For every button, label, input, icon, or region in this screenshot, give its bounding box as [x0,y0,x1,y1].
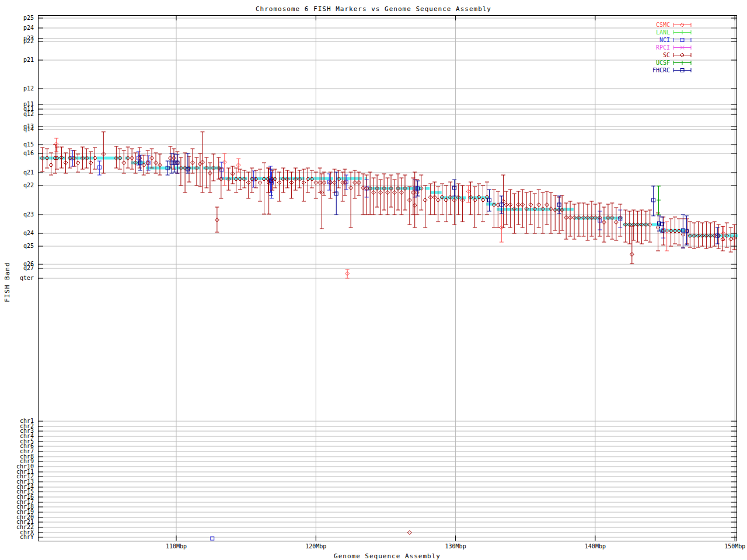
assembly-trend-line [39,158,738,236]
series-fhcrc [138,153,720,248]
x-tick-label-140Mbp: 140Mbp [578,543,613,550]
legend-row-ucsf: UCSF [652,59,692,66]
legend-sample-rpci [673,44,692,51]
y-tick-label-q12: q12 [1,111,34,117]
legend-sample-lanl [673,29,692,36]
x-tick-label-120Mbp: 120Mbp [298,543,333,550]
legend-label-rpci: RPCI [656,44,670,51]
legend-label-nci: NCI [659,37,670,43]
legend-row-rpci: RPCI [652,44,692,51]
series-ucsf [657,186,661,215]
legend-label-sc: SC [663,52,670,58]
legend-row-csmc: CSMC [652,21,692,29]
x-tick-label-110Mbp: 110Mbp [159,543,194,550]
y-tick-label-p12: p12 [1,86,34,92]
y-tick-label-q23: q23 [1,212,34,218]
legend-sample-ucsf [673,60,692,66]
legend-sample-sc [673,52,692,58]
legend-sample-fhcrc [673,67,692,74]
y-tick-label-p22: p22 [1,38,34,44]
legend-label-csmc: CSMC [656,22,670,28]
legend-row-sc: SC [652,51,692,59]
legend-sample-nci [673,37,692,43]
series-csmc [54,138,725,278]
y-tick-label-q21: q21 [1,170,34,176]
x-axis-label: Genome Sequence Assembly [38,552,736,560]
series-sc [40,132,736,535]
legend-row-lanl: LANL [652,29,692,36]
legend: CSMCLANLNCIRPCISCUCSFFHCRC [652,21,692,74]
x-tick-label-130Mbp: 130Mbp [438,543,473,550]
y-tick-label-p21: p21 [1,57,34,63]
legend-row-nci: NCI [652,36,692,44]
y-tick-label-q14: q14 [1,127,34,132]
x-tick-label-150Mbp: 150Mbp [717,543,747,550]
y-tick-label-q25: q25 [1,243,34,249]
chart-title: Chromosome 6 FISH Markers vs Genome Sequ… [0,5,747,13]
y-tick-label-q16: q16 [1,150,34,156]
plot-area [0,0,747,560]
y-tick-label-chrY: chrY [1,534,34,540]
y-tick-label-q15: q15 [1,142,34,148]
y-tick-label-q24: q24 [1,230,34,236]
legend-label-fhcrc: FHCRC [652,67,670,74]
legend-label-lanl: LANL [656,29,670,36]
legend-row-fhcrc: FHCRC [652,66,692,74]
y-tick-label-p24: p24 [1,25,34,31]
legend-sample-csmc [673,22,692,28]
legend-label-ucsf: UCSF [656,60,670,66]
y-tick-label-q22: q22 [1,183,34,188]
y-tick-label-p25: p25 [1,15,34,21]
y-tick-label-qter: qter [1,275,34,281]
y-tick-label-q27: q27 [1,265,34,271]
chart-stage: Chromosome 6 FISH Markers vs Genome Sequ… [0,0,747,560]
gridlines [39,16,736,540]
